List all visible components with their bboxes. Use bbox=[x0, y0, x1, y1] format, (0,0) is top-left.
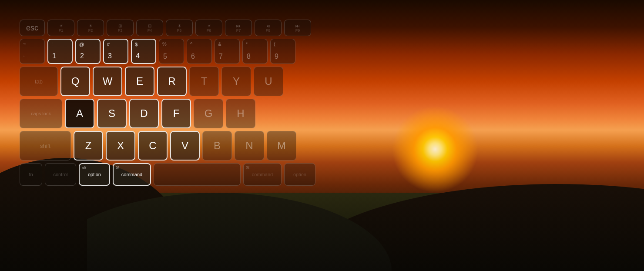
key-command-right-label: command bbox=[252, 172, 273, 177]
key-h[interactable]: H bbox=[226, 99, 255, 128]
key-n[interactable]: N bbox=[235, 131, 264, 161]
key-option-sublabel: alt bbox=[82, 166, 86, 170]
key-capslock[interactable]: caps lock bbox=[20, 99, 62, 128]
key-f1[interactable]: ☀ F1 bbox=[47, 20, 74, 36]
key-backtick[interactable]: ~ ` bbox=[20, 39, 45, 64]
key-space[interactable] bbox=[154, 163, 241, 186]
key-option-right[interactable]: option bbox=[284, 163, 315, 186]
key-f5[interactable]: ☀ F5 bbox=[166, 20, 193, 36]
key-f3-label: F3 bbox=[118, 28, 123, 33]
key-shift-left[interactable]: shift bbox=[20, 131, 71, 161]
key-6-top: ^ bbox=[190, 41, 192, 47]
key-esc[interactable]: esc bbox=[20, 20, 45, 36]
key-n-label: N bbox=[245, 140, 253, 152]
key-g[interactable]: G bbox=[194, 99, 223, 128]
key-f7[interactable]: ⏮ F7 bbox=[225, 20, 252, 36]
key-command-left[interactable]: ⌘ command bbox=[113, 163, 151, 186]
key-9-bottom: 9 bbox=[275, 53, 278, 60]
keyboard: esc ☀ F1 ☀ F2 ⊞ F3 ⊟ F4 ☀ F5 ☀ F6 ⏮ F7 bbox=[20, 20, 324, 188]
key-f2-label: F2 bbox=[88, 28, 93, 33]
key-v-label: V bbox=[181, 140, 188, 152]
key-3-top: # bbox=[107, 42, 110, 47]
key-f2-icon: ☀ bbox=[89, 23, 93, 28]
key-f8-icon: ⏯ bbox=[266, 23, 270, 28]
key-command-left-sublabel: ⌘ bbox=[116, 166, 120, 170]
key-c[interactable]: C bbox=[138, 131, 168, 161]
key-6[interactable]: ^ 6 bbox=[187, 39, 212, 64]
key-5[interactable]: % 5 bbox=[159, 39, 184, 64]
key-backtick-bottom: ` bbox=[23, 55, 25, 60]
key-option-right-label: option bbox=[293, 172, 306, 177]
key-f4-label: F4 bbox=[148, 28, 152, 33]
key-m[interactable]: M bbox=[267, 131, 296, 161]
key-b-label: B bbox=[214, 140, 221, 152]
key-d-label: D bbox=[140, 107, 148, 120]
key-tab[interactable]: tab bbox=[20, 67, 58, 96]
key-7[interactable]: & 7 bbox=[215, 39, 240, 64]
key-e[interactable]: E bbox=[125, 67, 154, 96]
key-fn[interactable]: fn bbox=[20, 163, 42, 186]
key-v[interactable]: V bbox=[170, 131, 200, 161]
key-option[interactable]: alt option bbox=[79, 163, 110, 186]
key-u[interactable]: U bbox=[254, 67, 283, 96]
key-control[interactable]: control bbox=[45, 163, 76, 186]
key-f8[interactable]: ⏯ F8 bbox=[255, 20, 282, 36]
key-4-bottom: 4 bbox=[136, 52, 140, 60]
key-x[interactable]: X bbox=[106, 131, 135, 161]
key-command-left-label: command bbox=[121, 172, 142, 177]
key-b[interactable]: B bbox=[202, 131, 232, 161]
key-7-top: & bbox=[218, 41, 221, 47]
key-1-bottom: 1 bbox=[52, 52, 56, 60]
key-t[interactable]: T bbox=[189, 67, 219, 96]
key-9[interactable]: ( 9 bbox=[270, 39, 295, 64]
key-f6[interactable]: ☀ F6 bbox=[195, 20, 222, 36]
key-5-top: % bbox=[162, 41, 167, 47]
key-w[interactable]: W bbox=[93, 67, 122, 96]
key-esc-label: esc bbox=[26, 24, 38, 32]
key-m-label: M bbox=[277, 140, 286, 152]
key-3[interactable]: # 3 bbox=[103, 39, 128, 64]
key-f8-label: F8 bbox=[266, 28, 271, 33]
bottom-row: fn control alt option ⌘ command ⌘ comman… bbox=[20, 163, 324, 186]
key-tab-label: tab bbox=[35, 78, 43, 85]
fn-row: esc ☀ F1 ☀ F2 ⊞ F3 ⊟ F4 ☀ F5 ☀ F6 ⏮ F7 bbox=[20, 20, 324, 36]
key-f3-icon: ⊞ bbox=[118, 23, 122, 28]
key-8-top: * bbox=[246, 41, 248, 47]
key-f7-icon: ⏮ bbox=[236, 23, 241, 28]
key-q[interactable]: Q bbox=[60, 67, 90, 96]
key-r[interactable]: R bbox=[157, 67, 187, 96]
key-4[interactable]: $ 4 bbox=[131, 39, 156, 64]
key-x-label: X bbox=[117, 140, 124, 152]
key-f9[interactable]: ⏭ F9 bbox=[284, 20, 311, 36]
key-f-label: F bbox=[173, 107, 180, 120]
key-e-label: E bbox=[136, 75, 143, 87]
key-8[interactable]: * 8 bbox=[242, 39, 268, 64]
key-h-label: H bbox=[237, 107, 244, 120]
key-command-right[interactable]: ⌘ command bbox=[243, 163, 282, 186]
key-s-label: S bbox=[108, 107, 115, 120]
key-a-label: A bbox=[76, 107, 83, 120]
key-shift-left-label: shift bbox=[40, 143, 50, 149]
key-a[interactable]: A bbox=[65, 99, 94, 128]
key-f4[interactable]: ⊟ F4 bbox=[136, 20, 163, 36]
key-z[interactable]: Z bbox=[74, 131, 103, 161]
key-f3[interactable]: ⊞ F3 bbox=[107, 20, 134, 36]
key-f5-icon: ☀ bbox=[178, 23, 181, 28]
key-3-bottom: 3 bbox=[108, 52, 112, 60]
key-1[interactable]: ! 1 bbox=[47, 39, 73, 64]
key-f1-label: F1 bbox=[59, 28, 64, 33]
key-2-top: @ bbox=[79, 42, 84, 47]
key-8-bottom: 8 bbox=[247, 53, 251, 60]
key-fn-label: fn bbox=[29, 172, 33, 177]
key-command-right-sublabel: ⌘ bbox=[246, 165, 250, 170]
key-s[interactable]: S bbox=[97, 99, 127, 128]
key-w-label: W bbox=[103, 75, 113, 87]
key-f6-label: F6 bbox=[207, 28, 211, 33]
key-f[interactable]: F bbox=[161, 99, 191, 128]
key-y[interactable]: Y bbox=[221, 67, 251, 96]
key-y-label: Y bbox=[233, 75, 240, 87]
key-d[interactable]: D bbox=[129, 99, 159, 128]
key-2[interactable]: @ 2 bbox=[75, 39, 101, 64]
key-f2[interactable]: ☀ F2 bbox=[77, 20, 104, 36]
key-7-bottom: 7 bbox=[219, 53, 223, 60]
